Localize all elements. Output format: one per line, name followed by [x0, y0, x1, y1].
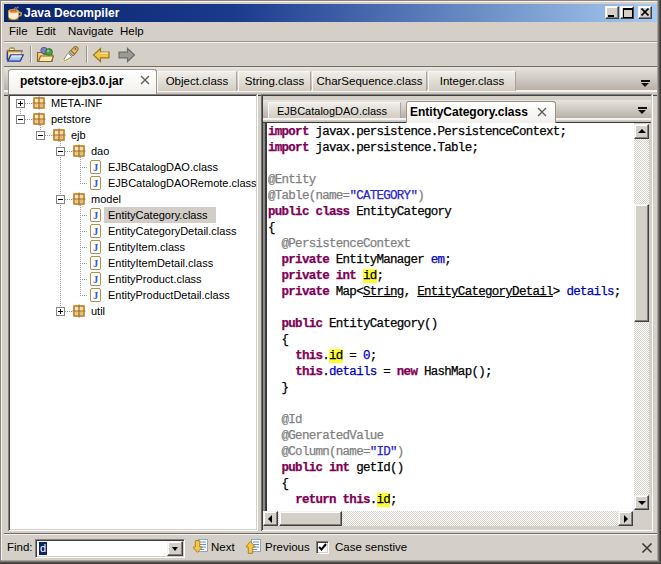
svg-text:J: J — [93, 210, 98, 221]
svg-text:J: J — [93, 274, 98, 285]
svg-text:J: J — [93, 226, 98, 237]
svg-text:J: J — [93, 178, 98, 189]
svg-text:J: J — [93, 258, 98, 269]
svg-text:J: J — [93, 242, 98, 253]
svg-text:J: J — [93, 290, 98, 301]
svg-text:J: J — [93, 162, 98, 173]
